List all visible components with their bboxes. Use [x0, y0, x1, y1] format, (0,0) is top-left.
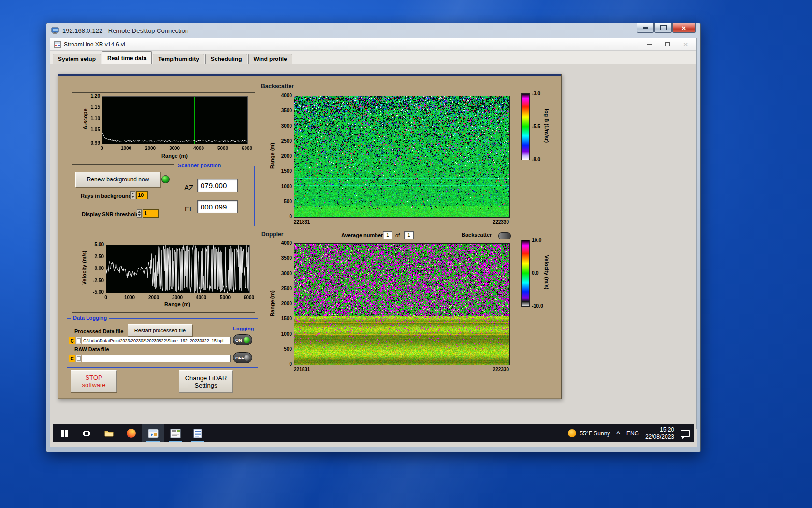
weather-widget[interactable]: 55°F Sunny: [568, 429, 610, 437]
ascope-plot[interactable]: [102, 96, 248, 144]
rdp-icon: [51, 27, 59, 34]
tab-real-time-data[interactable]: Real time data: [102, 51, 152, 65]
start-button[interactable]: [53, 424, 75, 442]
change-line1: Change LiDAR: [185, 374, 227, 382]
rdp-minimize-button[interactable]: [637, 23, 654, 33]
ascope-plot-group: A-scope Range (m) 1.201.151.101.050.9901…: [72, 92, 255, 164]
el-label: EL: [185, 205, 193, 213]
x-tick-label: 0: [90, 146, 114, 151]
scan-scheduler-button[interactable]: [164, 424, 187, 442]
doppler-spectrogram[interactable]: [294, 243, 510, 365]
x-tick-label: 6000: [235, 146, 259, 151]
tray-chevron-icon[interactable]: [616, 430, 620, 437]
snr-spinner[interactable]: [137, 209, 142, 218]
raw-path-field[interactable]: [82, 355, 231, 362]
rays-value-field[interactable]: 10: [136, 191, 148, 199]
spin-up-icon[interactable]: [131, 193, 134, 194]
document-app-button[interactable]: [187, 424, 209, 442]
raw-drive-box[interactable]: C: [69, 355, 75, 362]
maximize-icon: [660, 25, 667, 30]
tab-temp-humidity[interactable]: Temp/humidity: [153, 54, 204, 64]
tab-system-setup[interactable]: System setup: [53, 54, 101, 64]
file-explorer-button[interactable]: [98, 424, 120, 442]
processed-browse-icon[interactable]: [76, 337, 81, 344]
raw-browse-icon[interactable]: [76, 355, 81, 362]
y-tick-label: 5.00: [84, 242, 104, 248]
backscatter-colorbar-label: log B (1/m/sr): [544, 97, 550, 155]
background-control-group: Renew background now Rays in background …: [72, 164, 174, 226]
rdp-close-button[interactable]: [672, 23, 696, 33]
spin-down-icon[interactable]: [131, 196, 134, 198]
change-lidar-settings-button[interactable]: Change LiDARSettings: [179, 370, 233, 393]
average-number-field[interactable]: 1: [383, 231, 392, 239]
raw-data-file-label: RAW Data file: [74, 346, 109, 352]
y-tick-label: 2000: [274, 153, 292, 159]
snr-value-field[interactable]: 1: [143, 209, 159, 218]
az-label: AZ: [184, 183, 193, 192]
app-restore-button[interactable]: [665, 42, 670, 46]
y-tick-label: -2.50: [84, 278, 104, 284]
backscatter-spectrogram[interactable]: [294, 96, 510, 218]
az-value-field[interactable]: 079.000: [197, 179, 238, 192]
clock[interactable]: 15:20 22/08/2023: [645, 426, 674, 441]
data-logging-group: Data Logging Processed Data file Restart…: [67, 318, 258, 368]
rdp-titlebar[interactable]: 192.168.0.122 - Remote Desktop Connectio…: [46, 23, 700, 38]
y-tick-label: 1.15: [82, 105, 100, 110]
average-number-label: Average number: [341, 232, 383, 238]
y-tick-label: 1.05: [82, 127, 100, 133]
tab-wind-profile[interactable]: Wind profile: [248, 54, 292, 64]
streamline-app-button[interactable]: [142, 424, 164, 442]
folder-icon: [104, 430, 114, 437]
el-value-field[interactable]: 000.099: [197, 200, 238, 213]
tab-scheduling[interactable]: Scheduling: [205, 54, 247, 64]
task-view-button[interactable]: [75, 424, 98, 442]
velocity-plot[interactable]: [106, 245, 250, 293]
doppler-section-title: Doppler: [261, 231, 283, 238]
taskbar: 55°F Sunny ENG 15:20 22/08/2023: [53, 424, 694, 442]
app-vi-icon: [54, 41, 61, 48]
background-led-indicator: [161, 175, 170, 183]
app-close-button[interactable]: [683, 41, 688, 48]
task-view-icon: [83, 430, 90, 437]
app-minimize-button[interactable]: [647, 44, 652, 45]
stop-software-button[interactable]: STOPsoftware: [71, 370, 117, 392]
restart-processed-file-button[interactable]: Restart processed file: [128, 324, 192, 336]
on-label: ON: [235, 338, 242, 343]
tab-bar: System setup Real time data Temp/humidit…: [50, 51, 696, 65]
x-tick-label: 0: [94, 295, 117, 300]
x-tick-label: 221831: [294, 367, 325, 373]
y-tick-label: 2.50: [84, 254, 104, 260]
processed-path-field[interactable]: C:\Lidar\Data\Proc\2023\202308\20230822\…: [82, 337, 231, 344]
stop-line2: software: [82, 381, 105, 388]
renew-background-button[interactable]: Renew background now: [75, 172, 160, 187]
y-tick-label: 1500: [274, 316, 292, 322]
weather-text: 55°F Sunny: [580, 430, 610, 437]
x-tick-label: 5000: [214, 295, 237, 300]
rdp-window-title: 192.168.0.122 - Remote Desktop Connectio…: [62, 27, 188, 34]
app-titlebar[interactable]: StreamLine XR v14-6.vi: [50, 38, 696, 51]
y-tick-label: 1000: [274, 184, 292, 190]
data-logging-title: Data Logging: [71, 315, 109, 321]
backscatter-display-toggle[interactable]: [498, 232, 511, 239]
front-panel: A-scope Range (m) 1.201.151.101.050.9901…: [58, 74, 562, 399]
processed-logging-switch[interactable]: ON: [233, 334, 252, 345]
y-tick-label: 500: [274, 346, 292, 352]
app-title: StreamLine XR v14-6.vi: [64, 41, 125, 48]
spin-down-icon[interactable]: [138, 214, 141, 216]
notification-center-button[interactable]: [681, 430, 690, 437]
average-total-field[interactable]: 1: [404, 231, 414, 239]
rdp-client-area: StreamLine XR v14-6.vi System setup Real…: [50, 38, 697, 447]
x-tick-label: 3000: [163, 146, 186, 151]
spin-up-icon[interactable]: [138, 211, 141, 213]
rdp-maximize-button[interactable]: [654, 23, 672, 33]
on-led-icon: [244, 337, 250, 343]
backscatter-toggle-label: Backscatter: [462, 232, 492, 238]
language-indicator[interactable]: ENG: [626, 430, 639, 437]
firefox-button[interactable]: [120, 424, 142, 442]
processed-drive-box[interactable]: C: [69, 337, 75, 344]
change-line2: Settings: [185, 382, 227, 389]
rays-spinner[interactable]: [130, 191, 135, 199]
renew-background-label: Renew background now: [87, 176, 149, 183]
velocity-xlabel: Range (m): [106, 301, 249, 307]
raw-logging-switch[interactable]: OFF: [233, 352, 252, 363]
